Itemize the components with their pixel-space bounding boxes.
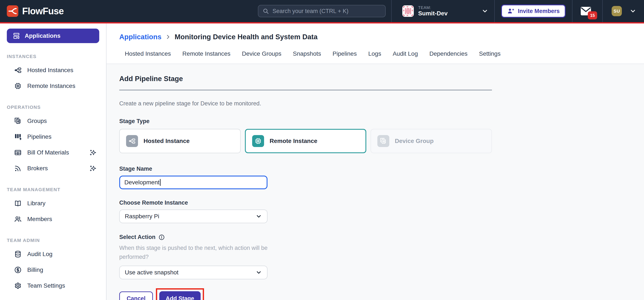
stage-type-hosted-instance[interactable]: Hosted Instance (119, 129, 241, 153)
members-icon (14, 215, 22, 223)
invite-members-label: Invite Members (518, 8, 560, 15)
sidebar-item-bill-of-materials[interactable]: Bill Of Materials (0, 145, 106, 161)
sidebar-section-operations: OPERATIONS (7, 105, 99, 110)
search-input[interactable] (272, 8, 381, 15)
stage-type-option-label: Hosted Instance (144, 138, 190, 144)
chevron-down-icon (256, 213, 262, 220)
flowfuse-app: FlowFuse TEAM: (0, 0, 644, 300)
tab-logs[interactable]: Logs (368, 50, 381, 57)
tab-device-groups[interactable]: Device Groups (242, 50, 281, 57)
sidebar-item-hosted-instances[interactable]: Hosted Instances (0, 62, 106, 78)
breadcrumb-applications-link[interactable]: Applications (119, 33, 162, 41)
cancel-button[interactable]: Cancel (119, 291, 153, 300)
broker-icon (14, 165, 22, 172)
remote-instance-value: Raspberry Pi (125, 213, 159, 220)
bill-of-materials-icon (14, 149, 22, 157)
select-action-label: Select Action (119, 234, 631, 240)
chevron-down-icon (256, 269, 262, 276)
stage-type-option-label: Remote Instance (270, 138, 317, 144)
sidebar-item-label: Billing (27, 266, 97, 273)
sidebar-item-label: Members (27, 216, 97, 223)
chevron-right-icon (165, 34, 171, 40)
sidebar-item-label: Bill Of Materials (27, 149, 84, 156)
device-group-icon (14, 117, 22, 125)
form-title: Add Pipeline Stage (119, 75, 631, 83)
notification-count-badge: 15 (588, 11, 597, 20)
tab-hosted-instances[interactable]: Hosted Instances (125, 50, 171, 57)
main-area: Applications Monitoring Device Health an… (106, 24, 644, 300)
stage-type-remote-instance[interactable]: Remote Instance (245, 129, 366, 153)
sidebar-item-audit-log[interactable]: Audit Log (0, 246, 106, 262)
sidebar-item-members[interactable]: Members (0, 211, 106, 227)
sidebar-section-team-admin: TEAM ADMIN (7, 238, 99, 243)
add-pipeline-stage-panel: Add Pipeline Stage Create a new pipeline… (106, 64, 644, 300)
tab-remote-instances[interactable]: Remote Instances (182, 50, 230, 57)
stage-type-device-group: Device Group (370, 129, 492, 153)
tab-settings[interactable]: Settings (479, 50, 500, 57)
page-title: Monitoring Device Health and System Data (175, 33, 318, 41)
hosted-instance-icon (14, 66, 22, 74)
team-selector[interactable]: TEAM: Sumit-Dev (397, 5, 494, 17)
user-plus-icon (507, 8, 514, 15)
team-avatar (402, 5, 414, 17)
tab-bar: Hosted Instances Remote Instances Device… (119, 50, 631, 64)
sparkle-icon (90, 165, 97, 172)
user-menu-chevron-down-icon[interactable] (630, 8, 636, 15)
header-divider (391, 0, 392, 22)
form-actions: Cancel Add Stage (119, 288, 631, 300)
top-navbar: FlowFuse TEAM: (0, 0, 644, 24)
tab-dependencies[interactable]: Dependencies (429, 50, 468, 57)
action-select[interactable]: Use active snapshot (119, 266, 268, 279)
sidebar-item-library[interactable]: Library (0, 195, 106, 211)
logo[interactable]: FlowFuse (7, 5, 64, 17)
sidebar-item-label: Audit Log (27, 251, 97, 257)
team-label: TEAM: (418, 5, 448, 10)
remote-instance-select[interactable]: Raspberry Pi (119, 210, 268, 223)
team-name: Sumit-Dev (418, 10, 448, 17)
audit-log-icon (14, 250, 22, 258)
sidebar-item-applications[interactable]: Applications (7, 29, 99, 43)
search-box[interactable] (258, 5, 386, 17)
tab-snapshots[interactable]: Snapshots (293, 50, 321, 57)
stage-name-value: Development (124, 179, 160, 186)
sparkle-icon (90, 149, 97, 156)
sidebar-item-brokers[interactable]: Brokers (0, 161, 106, 176)
sidebar-item-remote-instances[interactable]: Remote Instances (0, 78, 106, 94)
sidebar-item-label: Applications (25, 33, 60, 39)
sidebar-item-label: Hosted Instances (27, 67, 97, 74)
sidebar-item-team-settings[interactable]: Team Settings (0, 278, 106, 293)
sidebar-item-label: Groups (27, 117, 97, 124)
header-divider (602, 0, 603, 22)
annotation-highlight-box: Add Stage (156, 288, 204, 300)
user-avatar[interactable]: SU (612, 6, 622, 16)
sidebar-item-pipelines[interactable]: Pipelines (0, 129, 106, 145)
hosted-instance-icon (126, 135, 138, 147)
stage-name-label: Stage Name (119, 166, 631, 172)
sidebar-section-team-management: TEAM MANAGEMENT (7, 187, 99, 193)
action-value: Use active snapshot (125, 269, 178, 276)
add-stage-button[interactable]: Add Stage (159, 291, 200, 300)
team-chevron-down-icon[interactable] (482, 8, 488, 15)
info-icon[interactable] (158, 234, 165, 240)
choose-remote-instance-label: Choose Remote Instance (119, 200, 631, 206)
tab-audit-log[interactable]: Audit Log (393, 50, 418, 57)
billing-icon (14, 266, 22, 274)
library-icon (14, 200, 22, 207)
sidebar-item-label: Library (27, 200, 97, 207)
sidebar-section-instances: INSTANCES (7, 54, 99, 59)
form-description: Create a new pipeline stage for Device t… (119, 100, 631, 107)
tab-pipelines[interactable]: Pipelines (333, 50, 357, 57)
sidebar-item-label: Team Settings (27, 282, 97, 289)
sidebar-item-groups[interactable]: Groups (0, 113, 106, 129)
text-cursor (160, 179, 160, 186)
sidebar-item-billing[interactable]: Billing (0, 262, 106, 278)
stage-name-input[interactable]: Development (119, 176, 268, 189)
sidebar-item-label: Pipelines (27, 133, 97, 140)
notifications-button[interactable]: 15 (580, 7, 591, 16)
remote-instance-icon (252, 135, 264, 147)
sidebar: Applications INSTANCES Hosted Instances (0, 24, 106, 300)
invite-members-button[interactable]: Invite Members (501, 5, 566, 18)
settings-icon (14, 282, 22, 289)
page-header: Applications Monitoring Device Health an… (106, 24, 644, 64)
search-icon (262, 8, 269, 14)
